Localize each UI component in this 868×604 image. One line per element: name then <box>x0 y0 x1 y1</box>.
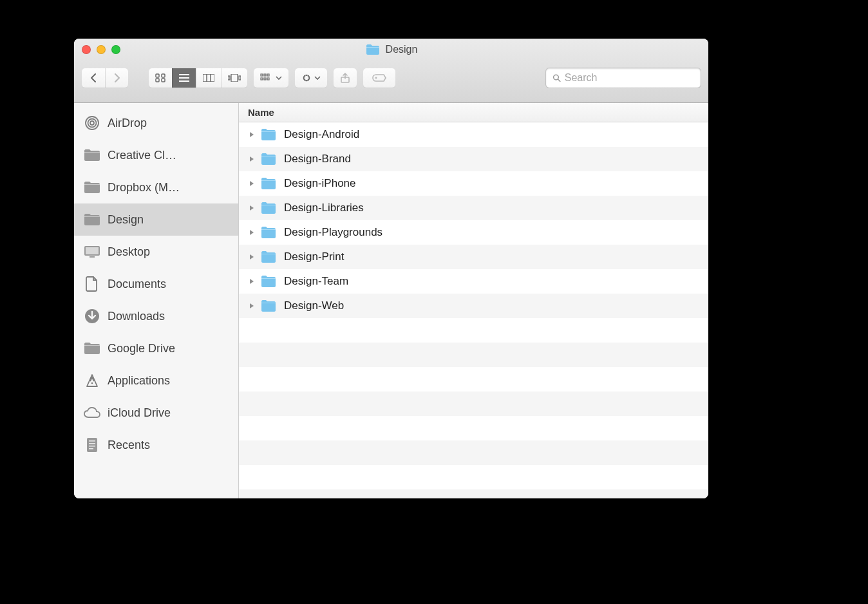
disclosure-triangle-icon[interactable] <box>248 278 256 285</box>
file-row[interactable]: Design-Team <box>239 269 708 294</box>
svg-rect-40 <box>89 448 93 449</box>
file-row[interactable]: Design-Libraries <box>239 196 708 220</box>
file-name: Design-Playgrounds <box>284 226 382 239</box>
folder-gray-icon <box>83 212 101 227</box>
svg-rect-38 <box>89 443 95 444</box>
file-row[interactable]: Design-Print <box>239 245 708 269</box>
arrange-button[interactable] <box>254 68 288 88</box>
empty-row <box>239 392 708 416</box>
svg-rect-36 <box>87 438 97 452</box>
window-title: Design <box>386 44 418 55</box>
svg-rect-0 <box>156 74 159 77</box>
file-name: Design-Web <box>284 299 344 312</box>
view-icons-button[interactable] <box>149 68 172 88</box>
empty-row <box>239 465 708 489</box>
back-button[interactable] <box>82 68 105 88</box>
file-row[interactable]: Design-Web <box>239 294 708 318</box>
folder-icon <box>261 275 276 288</box>
tags-button[interactable] <box>363 68 395 88</box>
file-row[interactable]: Design-Brand <box>239 147 708 171</box>
file-list-pane: Name Design-AndroidDesign-BrandDesign-iP… <box>239 103 708 498</box>
disclosure-triangle-icon[interactable] <box>248 229 256 236</box>
disclosure-triangle-icon[interactable] <box>248 180 256 187</box>
empty-row <box>239 318 708 343</box>
folder-icon <box>261 250 276 263</box>
folder-gray-icon <box>83 341 101 356</box>
disclosure-triangle-icon[interactable] <box>248 254 256 260</box>
svg-rect-11 <box>231 74 238 82</box>
sidebar-item-icloud-drive[interactable]: iCloud Drive <box>74 397 238 429</box>
sidebar-item-documents[interactable]: Documents <box>74 268 238 300</box>
view-gallery-button[interactable] <box>221 68 247 88</box>
sidebar-item-label: AirDrop <box>108 117 147 130</box>
downloads-icon <box>83 308 101 324</box>
svg-rect-13 <box>261 74 263 76</box>
svg-rect-42 <box>261 156 276 156</box>
svg-rect-29 <box>84 216 100 217</box>
sidebar-item-label: Downloads <box>108 310 165 323</box>
file-row[interactable]: Design-Android <box>239 122 708 147</box>
svg-rect-6 <box>179 80 189 82</box>
forward-button[interactable] <box>105 68 128 88</box>
svg-rect-44 <box>261 205 276 205</box>
sidebar-item-label: Design <box>108 213 144 227</box>
view-columns-button[interactable] <box>196 68 221 88</box>
svg-rect-15 <box>267 74 269 76</box>
svg-rect-4 <box>179 74 189 75</box>
file-name: Design-Print <box>284 250 344 263</box>
svg-rect-43 <box>261 180 276 181</box>
action-menu-button[interactable] <box>295 68 327 88</box>
file-row[interactable]: Design-Playgrounds <box>239 220 708 245</box>
column-header-name-label: Name <box>248 107 274 118</box>
file-name: Design-Android <box>284 128 359 141</box>
svg-rect-32 <box>90 256 95 258</box>
sidebar-item-downloads[interactable]: Downloads <box>74 300 238 332</box>
empty-row <box>239 440 708 465</box>
sidebar-item-label: Documents <box>108 278 166 291</box>
svg-rect-10 <box>228 76 230 80</box>
sidebar-item-recents[interactable]: Recents <box>74 429 238 461</box>
file-row[interactable]: Design-iPhone <box>239 171 708 196</box>
file-list[interactable]: Design-AndroidDesign-BrandDesign-iPhoneD… <box>239 122 708 498</box>
zoom-window-button[interactable] <box>111 45 120 54</box>
sidebar-item-label: Recents <box>108 439 150 452</box>
sidebar-item-creative-cl[interactable]: Creative Cl… <box>74 139 238 171</box>
folder-icon <box>261 202 276 214</box>
minimize-window-button[interactable] <box>97 45 106 54</box>
svg-rect-7 <box>203 74 214 82</box>
disclosure-triangle-icon[interactable] <box>248 303 256 309</box>
svg-rect-16 <box>261 78 263 80</box>
sidebar-item-design[interactable]: Design <box>74 203 238 236</box>
share-button[interactable] <box>334 68 357 88</box>
svg-rect-3 <box>162 79 165 82</box>
close-window-button[interactable] <box>82 45 91 54</box>
title-folder-icon <box>365 43 381 56</box>
disclosure-triangle-icon[interactable] <box>248 131 256 138</box>
search-field-container[interactable] <box>546 68 701 88</box>
folder-icon <box>261 128 276 141</box>
svg-point-24 <box>90 121 94 125</box>
sidebar-item-label: Desktop <box>108 245 150 259</box>
search-icon <box>552 73 561 82</box>
sidebar-item-airdrop[interactable]: AirDrop <box>74 107 238 139</box>
folder-icon <box>261 226 276 239</box>
file-name: Design-iPhone <box>284 177 356 190</box>
disclosure-triangle-icon[interactable] <box>248 205 256 211</box>
svg-rect-47 <box>261 278 276 279</box>
search-input[interactable] <box>565 72 694 84</box>
finder-window: Design <box>74 39 708 498</box>
documents-icon <box>83 276 101 292</box>
sidebar-item-google-drive[interactable]: Google Drive <box>74 332 238 364</box>
sidebar: AirDropCreative Cl…Dropbox (M…DesignDesk… <box>74 103 239 498</box>
empty-row <box>239 489 708 498</box>
sidebar-item-applications[interactable]: Applications <box>74 364 238 397</box>
sidebar-item-dropbox-m[interactable]: Dropbox (M… <box>74 171 238 203</box>
folder-icon <box>261 299 276 312</box>
column-header-name[interactable]: Name <box>239 103 708 122</box>
disclosure-triangle-icon[interactable] <box>248 156 256 162</box>
svg-rect-45 <box>261 229 276 230</box>
view-list-button[interactable] <box>172 68 196 88</box>
sidebar-item-label: Applications <box>108 374 170 388</box>
sidebar-item-desktop[interactable]: Desktop <box>74 236 238 268</box>
airdrop-icon <box>83 115 101 131</box>
